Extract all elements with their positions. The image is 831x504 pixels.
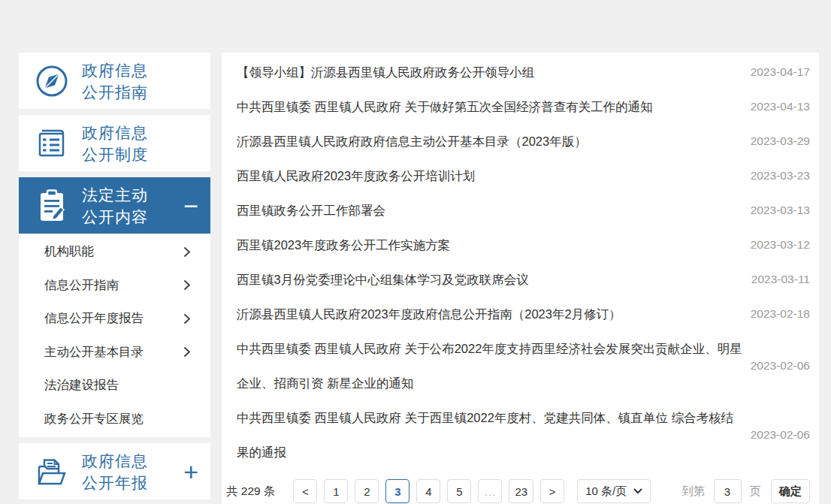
submenu-item-label: 信息公开指南	[44, 277, 119, 294]
list-item[interactable]: 【领导小组】沂源县西里镇人民政府政务公开领导小组 2023-04-17	[237, 55, 810, 89]
compass-icon	[34, 63, 70, 99]
submenu-item-info-guide[interactable]: 信息公开指南	[19, 269, 210, 303]
chevron-right-icon	[183, 313, 191, 324]
clipboard-pen-icon	[34, 188, 70, 224]
sidebar-item-label: 法定主动 公开内容	[82, 184, 148, 228]
article-date: 2023-04-13	[751, 100, 810, 113]
list-item[interactable]: 西里镇政务公开工作部署会 2023-03-13	[237, 193, 810, 228]
article-title[interactable]: 西里镇3月份党委理论中心组集体学习及党政联席会议	[237, 262, 751, 297]
article-date: 2023-03-12	[751, 238, 810, 252]
sidebar-item-gov-info-guide[interactable]: 政府信息 公开指南	[19, 53, 210, 109]
sidebar-item-statutory-disclosure[interactable]: 法定主动 公开内容 −	[19, 177, 210, 234]
page-button-3-active[interactable]: 3	[385, 479, 409, 503]
article-title[interactable]: 西里镇人民政府2023年度政务公开培训计划	[237, 158, 751, 193]
article-date: 2023-03-23	[751, 169, 810, 183]
collapse-icon[interactable]: −	[183, 193, 198, 219]
chevron-right-icon	[183, 246, 191, 258]
goto-page-group: 到第 页 确定	[682, 479, 811, 503]
article-title[interactable]: 沂源县西里镇人民政府2023年度政府信息公开指南（2023年2月修订）	[237, 297, 751, 331]
page-ellipsis-button[interactable]: ...	[478, 479, 502, 503]
article-title[interactable]: 西里镇政务公开工作部署会	[237, 193, 751, 228]
page-button-5[interactable]: 5	[447, 479, 471, 503]
article-title[interactable]: 【领导小组】沂源县西里镇人民政府政务公开领导小组	[237, 55, 751, 89]
page-size-value: 10 条/页	[585, 484, 627, 499]
sidebar-submenu: 机构职能 信息公开指南 信息公开年度报告 主动公开基本目录 法治建设报告 政务公…	[19, 234, 210, 437]
article-title[interactable]: 沂源县西里镇人民政府政府信息主动公开基本目录（2023年版）	[237, 124, 751, 158]
notebook-icon	[34, 125, 70, 161]
list-item[interactable]: 沂源县西里镇人民政府政府信息主动公开基本目录（2023年版） 2023-03-2…	[237, 124, 810, 158]
submenu-item-label: 主动公开基本目录	[44, 344, 144, 361]
total-count: 共 229 条	[226, 484, 275, 499]
folder-icon	[34, 454, 70, 490]
chevron-right-icon	[183, 279, 191, 291]
sidebar-item-gov-info-system[interactable]: 政府信息 公开制度	[19, 115, 210, 171]
sidebar-item-label: 政府信息 公开年报	[82, 450, 148, 493]
list-item[interactable]: 中共西里镇委 西里镇人民政府 关于西里镇2022年度村、党建共同体、镇直单位 综…	[237, 400, 810, 469]
page-button-1[interactable]: 1	[324, 479, 348, 503]
submenu-item-rule-of-law-report[interactable]: 法治建设报告	[19, 369, 210, 403]
list-item[interactable]: 西里镇人民政府2023年度政务公开培训计划 2023-03-23	[237, 158, 810, 193]
submenu-item-label: 机构职能	[44, 243, 94, 260]
article-title[interactable]: 西里镇2023年度政务公开工作实施方案	[237, 228, 751, 262]
page-button-2[interactable]: 2	[355, 479, 379, 503]
sidebar-item-gov-info-annual-report[interactable]: 政府信息 公开年报 +	[19, 443, 210, 499]
article-date: 2023-02-06	[751, 359, 810, 373]
confirm-button[interactable]: 确定	[771, 479, 810, 503]
list-item[interactable]: 西里镇2023年度政务公开工作实施方案 2023-03-12	[237, 228, 810, 262]
submenu-item-annual-report[interactable]: 信息公开年度报告	[19, 302, 210, 336]
sidebar-item-label: 政府信息 公开指南	[82, 59, 148, 103]
submenu-item-basic-catalog[interactable]: 主动公开基本目录	[19, 336, 210, 370]
submenu-item-label: 法治建设报告	[44, 377, 119, 394]
page-button-4[interactable]: 4	[416, 479, 440, 503]
submenu-item-label: 信息公开年度报告	[44, 310, 144, 327]
next-page-button[interactable]: >	[540, 479, 564, 503]
sidebar: 政府信息 公开指南 政府信息 公开制度	[19, 53, 210, 504]
goto-label: 到第	[682, 484, 706, 499]
page-button-23[interactable]: 23	[509, 479, 533, 503]
article-date: 2023-03-13	[751, 204, 810, 217]
list-item[interactable]: 中共西里镇委 西里镇人民政府 关于公布2022年度支持西里经济社会发展突出贡献企…	[237, 331, 810, 400]
article-date: 2023-03-11	[751, 273, 810, 286]
goto-page-input[interactable]	[714, 479, 742, 503]
chevron-down-icon	[633, 488, 642, 494]
submenu-item-organization[interactable]: 机构职能	[19, 235, 210, 269]
article-title[interactable]: 中共西里镇委 西里镇人民政府 关于做好第五次全国经济普查有关工作的通知	[237, 89, 751, 124]
list-item[interactable]: 西里镇3月份党委理论中心组集体学习及党政联席会议 2023-03-11	[237, 262, 810, 297]
article-date: 2023-02-06	[751, 428, 810, 442]
article-title[interactable]: 中共西里镇委 西里镇人民政府 关于公布2022年度支持西里经济社会发展突出贡献企…	[237, 331, 751, 400]
chevron-right-icon	[183, 346, 191, 358]
submenu-item-label: 政务公开专区展览	[44, 411, 144, 427]
sidebar-item-label: 政府信息 公开制度	[82, 122, 148, 165]
prev-page-button[interactable]: <	[293, 479, 317, 503]
article-title[interactable]: 中共西里镇委 西里镇人民政府 关于西里镇2022年度村、党建共同体、镇直单位 综…	[237, 400, 751, 469]
content-panel: 【领导小组】沂源县西里镇人民政府政务公开领导小组 2023-04-17 中共西里…	[222, 53, 819, 504]
pagination: 共 229 条 < 1 2 3 4 5 ... 23 > 10 条/页 到第 页…	[226, 479, 810, 503]
page-unit-label: 页	[750, 484, 762, 499]
article-list: 【领导小组】沂源县西里镇人民政府政务公开领导小组 2023-04-17 中共西里…	[237, 55, 810, 469]
article-date: 2023-04-17	[751, 65, 810, 79]
expand-icon[interactable]: +	[183, 459, 198, 484]
article-date: 2023-02-18	[751, 307, 810, 321]
article-date: 2023-03-29	[751, 134, 810, 148]
list-item[interactable]: 中共西里镇委 西里镇人民政府 关于做好第五次全国经济普查有关工作的通知 2023…	[237, 89, 810, 124]
page-size-select[interactable]: 10 条/页	[577, 479, 651, 503]
list-item[interactable]: 沂源县西里镇人民政府2023年度政府信息公开指南（2023年2月修订） 2023…	[237, 297, 810, 331]
submenu-item-open-gov-zone[interactable]: 政务公开专区展览	[19, 403, 210, 436]
